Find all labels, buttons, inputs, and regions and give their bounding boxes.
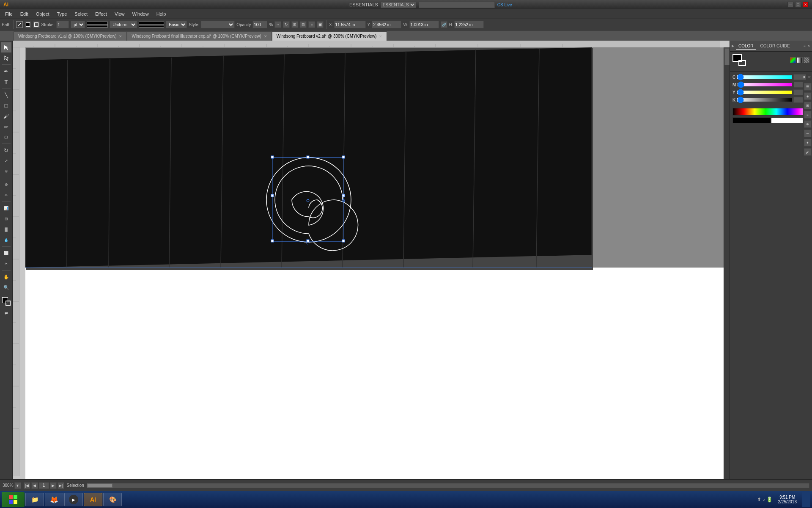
line-tool[interactable]: ╲ xyxy=(1,90,11,100)
zoom-tool[interactable]: 🔍 xyxy=(1,282,11,293)
stroke-rect-icon[interactable] xyxy=(33,21,40,28)
selection-tool[interactable] xyxy=(1,42,11,52)
y-slider[interactable] xyxy=(737,91,792,94)
gradient-mode-icon[interactable] xyxy=(797,57,803,63)
tab-0[interactable]: Windsong Fretboard v1.ai @ 100% (CMYK/Pr… xyxy=(14,31,127,41)
color-tab[interactable]: COLOR xyxy=(736,43,756,50)
layers-btn[interactable]: ☰ xyxy=(804,83,812,91)
transform-btn[interactable]: ⊞ xyxy=(804,102,812,109)
style-preset-select[interactable] xyxy=(201,21,235,28)
mesh-tool[interactable]: ⊞ xyxy=(1,214,11,224)
canvas-area[interactable] xyxy=(25,47,730,489)
menu-edit[interactable]: Edit xyxy=(17,11,32,17)
prev-page-btn[interactable]: ◀ xyxy=(31,482,38,489)
slice-tool[interactable]: ✂ xyxy=(1,259,11,269)
taskbar-explorer[interactable]: 📁 xyxy=(25,493,44,506)
tab-2[interactable]: Windsong Fretboard v2.ai* @ 300% (CMYK/P… xyxy=(272,31,387,41)
c-value[interactable] xyxy=(793,74,806,80)
none-mode-icon[interactable] xyxy=(804,57,809,63)
pathfinder-btn[interactable]: ⊕ xyxy=(804,120,812,128)
shape-builder-tool[interactable]: ⊕ xyxy=(1,179,11,190)
blend-tool[interactable]: ∞ xyxy=(1,190,11,200)
m-slider[interactable] xyxy=(738,83,792,86)
fill-stroke-swatch[interactable] xyxy=(732,54,746,66)
fill-stroke-control[interactable] xyxy=(1,296,11,306)
menu-file[interactable]: File xyxy=(2,11,16,17)
panel-menu-btn[interactable]: ≡ xyxy=(804,44,806,48)
stroke-style-select[interactable]: Uniform xyxy=(110,21,137,28)
close-button[interactable]: ✕ xyxy=(803,2,809,8)
scale-tool[interactable]: ⤢ xyxy=(1,156,11,166)
eyedropper-tool[interactable]: 💧 xyxy=(1,235,11,245)
color-spectrum[interactable] xyxy=(732,108,809,116)
align-btn[interactable]: ≡ xyxy=(804,111,812,119)
taskbar-firefox[interactable]: 🦊 xyxy=(45,493,63,506)
menu-help[interactable]: Help xyxy=(153,11,170,17)
artboard-tool[interactable]: ⬜ xyxy=(1,248,11,258)
c-slider[interactable] xyxy=(737,75,792,79)
maximize-button[interactable]: □ xyxy=(795,2,801,8)
stroke-value-input[interactable] xyxy=(56,21,69,28)
rect-tool[interactable]: □ xyxy=(1,100,11,110)
column-graph-tool[interactable]: 📊 xyxy=(1,203,11,213)
cslive-label[interactable]: CS Live xyxy=(497,3,512,7)
x-input[interactable] xyxy=(334,21,366,28)
taskbar-illustrator[interactable]: Ai xyxy=(84,493,102,506)
align-icon-4[interactable]: ▣ xyxy=(317,21,324,28)
constrain-icon[interactable]: 🔗 xyxy=(441,21,447,28)
menu-window[interactable]: Window xyxy=(129,11,152,17)
vertical-scroll[interactable] xyxy=(724,47,730,489)
eraser-tool[interactable]: ⬡ xyxy=(1,132,11,142)
stroke-unit-select[interactable]: pt xyxy=(71,21,85,28)
color-guide-tab[interactable]: COLOR GUIDE xyxy=(758,43,793,49)
workspace-dropdown[interactable]: ESSENTIALS xyxy=(381,1,416,8)
align-icon-2[interactable]: ⊟ xyxy=(300,21,307,28)
horizontal-scrollbar[interactable] xyxy=(87,483,809,488)
next-page-btn[interactable]: ▶ xyxy=(50,482,57,489)
panel-close-btn[interactable]: ✕ xyxy=(807,44,810,48)
menu-type[interactable]: Type xyxy=(54,11,71,17)
align-icon-3[interactable]: ≡ xyxy=(308,21,315,28)
transform-icon-1[interactable]: ↔ xyxy=(274,21,281,28)
stroke-fill-icon[interactable] xyxy=(25,21,31,28)
type-tool[interactable]: T xyxy=(1,77,11,87)
tab-1-close[interactable]: ✕ xyxy=(264,34,267,39)
menu-effect[interactable]: Effect xyxy=(92,11,110,17)
search-box[interactable] xyxy=(419,1,495,8)
minimize-button[interactable]: ─ xyxy=(787,2,793,8)
tab-0-close[interactable]: ✕ xyxy=(119,34,122,39)
warp-tool[interactable]: ≋ xyxy=(1,166,11,177)
menu-object[interactable]: Object xyxy=(33,11,53,17)
last-page-btn[interactable]: ▶| xyxy=(58,482,64,489)
page-input[interactable] xyxy=(39,482,49,489)
show-desktop-btn[interactable] xyxy=(802,492,810,507)
hand-tool[interactable]: ✋ xyxy=(1,272,11,282)
direct-select-tool[interactable] xyxy=(1,53,11,63)
swap-colors-btn[interactable]: ⇄ xyxy=(1,308,11,318)
style-select[interactable]: Basic xyxy=(166,21,187,28)
y-input[interactable] xyxy=(372,21,401,28)
taskbar-flash[interactable]: 🎨 xyxy=(103,493,122,506)
tab-1[interactable]: Windsong Fretboard final illustrator exp… xyxy=(127,31,272,41)
symbols-btn[interactable]: ✦ xyxy=(804,139,812,146)
paintbrush-tool[interactable]: 🖌 xyxy=(1,111,11,121)
w-input[interactable] xyxy=(409,21,439,28)
zoom-dropdown-btn[interactable]: ▼ xyxy=(14,482,21,489)
k-slider[interactable] xyxy=(737,98,792,102)
gradient-tool[interactable]: ▓ xyxy=(1,224,11,235)
transform-icon-2[interactable]: ↻ xyxy=(283,21,290,28)
first-page-btn[interactable]: |◀ xyxy=(24,482,30,489)
appearance-btn[interactable]: ◈ xyxy=(804,92,812,100)
color-mode-icon[interactable] xyxy=(790,57,796,63)
pen-tool[interactable]: ✒ xyxy=(1,66,11,76)
opacity-input[interactable] xyxy=(252,21,267,28)
h-input[interactable] xyxy=(454,21,484,28)
tab-2-close[interactable]: ✕ xyxy=(379,34,382,39)
menu-select[interactable]: Select xyxy=(71,11,91,17)
align-icon-1[interactable]: ⊞ xyxy=(291,21,298,28)
brushes-btn[interactable]: 🖌 xyxy=(804,148,812,156)
menu-view[interactable]: View xyxy=(111,11,128,17)
pencil-tool[interactable]: ✏ xyxy=(1,121,11,132)
rotate-tool[interactable]: ↻ xyxy=(1,145,11,155)
taskbar-media[interactable]: ▶ xyxy=(64,493,83,506)
